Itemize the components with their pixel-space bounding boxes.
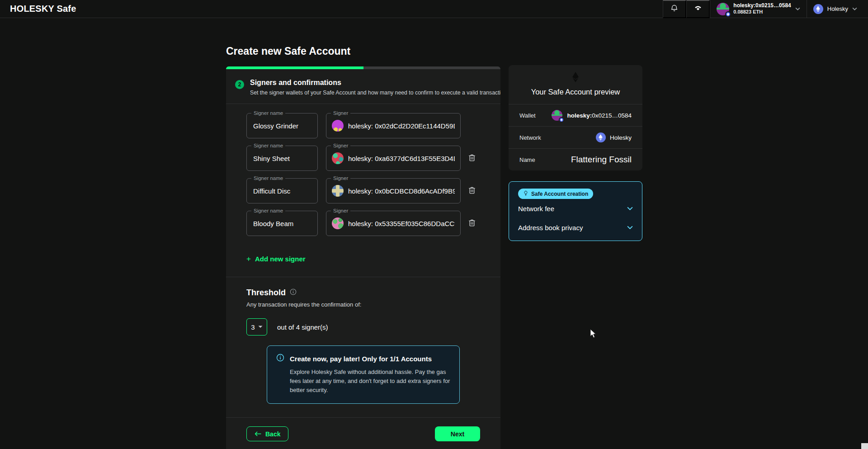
preview-wallet-label: Wallet: [519, 112, 536, 119]
back-label: Back: [265, 430, 280, 438]
signer-name-input-3[interactable]: [247, 179, 317, 203]
signer-name-input-2[interactable]: [247, 146, 317, 170]
signer-address: holesky: 0xa6377dC6d13F55E3D4DB…: [348, 155, 455, 162]
bell-icon: [670, 4, 679, 14]
page-title: Create new Safe Account: [226, 45, 500, 57]
threshold-description: Any transaction requires the confirmatio…: [246, 301, 480, 308]
network-selector[interactable]: Holesky: [807, 0, 868, 18]
signer-address: holesky: 0x02dCd2D20Ec1144D59D3…: [348, 122, 455, 130]
signer-name-field-1: Signer name: [246, 113, 318, 138]
signer-address: holesky: 0x0bCDBCD8d6AcADf9B9b…: [348, 187, 455, 195]
wallet-provider-badge-icon: [725, 11, 731, 17]
mouse-cursor-icon: [590, 329, 596, 340]
step-number-badge: 2: [235, 80, 244, 89]
signer-name-label: Signer name: [251, 208, 285, 214]
signer-address-field-3[interactable]: Signer holesky: 0x0bCDBCD8d6AcADf9B9b…: [326, 178, 461, 203]
remove-signer-button-4[interactable]: [467, 217, 477, 230]
notifications-button[interactable]: [663, 0, 686, 18]
signer-name-field-3: Signer name: [246, 178, 318, 203]
signer-row: Signer name Signer holesky: 0x53355Ef035…: [246, 211, 481, 236]
safe-creation-badge: Safe Account creation: [518, 189, 593, 199]
preview-network-row: Network Holesky: [509, 126, 642, 148]
back-button[interactable]: Back: [246, 426, 288, 441]
signer-address: holesky: 0x53355Ef035C86DDaCCff…: [348, 220, 455, 227]
threshold-section: Threshold Any transaction requires the c…: [226, 277, 500, 404]
chevron-down-icon: [627, 226, 633, 229]
signers-list: Signer name Signer holesky: 0x02dCd2D20E…: [226, 104, 500, 236]
trash-icon: [467, 186, 476, 196]
address-book-privacy-accordion[interactable]: Address book privacy: [518, 218, 633, 237]
chevron-down-icon: [627, 207, 633, 210]
preview-title: Your Safe Account preview: [516, 88, 635, 96]
trash-icon: [467, 153, 476, 164]
scrollbar-corner: [861, 443, 868, 449]
signer-identicon: [332, 120, 344, 132]
signer-name-label: Signer name: [251, 110, 285, 117]
preview-network-value: Holesky: [610, 134, 632, 141]
signer-row: Signer name Signer holesky: 0xa6377dC6d1…: [246, 146, 481, 171]
info-icon: [290, 288, 297, 297]
wallet-avatar: [717, 3, 729, 15]
add-new-signer-button[interactable]: + Add new signer: [246, 255, 306, 263]
pay-later-alert: Create now, pay later! Only for 1/1 Acco…: [267, 345, 460, 404]
signer-name-input-1[interactable]: [247, 113, 317, 138]
step-header: 2 Signers and confirmations Set the sign…: [226, 69, 500, 104]
signer-name-field-4: Signer name: [246, 211, 318, 236]
signer-identicon: [332, 152, 344, 164]
signer-address-field-2[interactable]: Signer holesky: 0xa6377dC6d13F55E3D4DB…: [326, 146, 461, 171]
info-icon: [276, 354, 284, 364]
network-fee-accordion[interactable]: Network fee: [518, 199, 633, 218]
threshold-title: Threshold: [246, 288, 286, 298]
signer-name-input-4[interactable]: [247, 211, 317, 236]
trash-icon: [467, 218, 476, 229]
wallet-avatar: [552, 110, 562, 121]
preview-wallet-prefix: holesky:: [567, 112, 592, 119]
wallet-address: 0x0215…0584: [755, 2, 791, 9]
step-subtitle: Set the signer wallets of your Safe Acco…: [250, 90, 500, 96]
signer-label: Signer: [331, 142, 350, 149]
next-button[interactable]: Next: [435, 426, 480, 441]
signer-name-label: Signer name: [251, 142, 285, 149]
preview-wallet-address: 0x0215…0584: [592, 112, 632, 119]
wallet-info: holesky:0x0215…0584 0.08823 ETH: [733, 2, 791, 15]
connected-wallet-chip[interactable]: holesky:0x0215…0584 0.08823 ETH: [710, 0, 806, 18]
alert-body: Explore Holesky Safe without additional …: [290, 368, 450, 395]
chevron-down-icon: [852, 7, 857, 10]
step-title: Signers and confirmations: [250, 79, 500, 87]
signer-label: Signer: [331, 175, 350, 182]
signer-row: Signer name Signer holesky: 0x02dCd2D20E…: [246, 113, 481, 138]
holesky-network-icon: [813, 4, 823, 14]
create-safe-flow: Create new Safe Account 2 Signers and co…: [226, 45, 500, 449]
signer-address-field-1[interactable]: Signer holesky: 0x02dCd2D20Ec1144D59D3…: [326, 113, 461, 138]
remove-signer-button-2[interactable]: [467, 152, 477, 165]
threshold-value: 3: [251, 323, 255, 331]
wallet-ens: holesky:: [733, 2, 755, 9]
eth-diamond-icon: [572, 76, 579, 84]
preview-name-value: Flattering Fossil: [571, 155, 632, 165]
signer-label: Signer: [331, 110, 350, 117]
sidebar-preview: Your Safe Account preview Wallet holesky…: [509, 65, 642, 241]
preview-wallet-row: Wallet holesky:0x0215…0584: [509, 104, 642, 126]
alert-title: Create now, pay later! Only for 1/1 Acco…: [290, 355, 432, 363]
plus-icon: +: [246, 255, 251, 263]
arrow-left-icon: [255, 430, 261, 438]
signer-identicon: [332, 217, 344, 229]
wallet-balance: 0.08823 ETH: [733, 9, 791, 15]
walletconnect-button[interactable]: [686, 0, 710, 18]
app-header: HOLESKY Safe holesky:0x0215…0584 0.08823…: [0, 0, 868, 18]
preview-name-label: Name: [519, 156, 535, 163]
signers-card: 2 Signers and confirmations Set the sign…: [226, 66, 500, 449]
threshold-select[interactable]: 3: [246, 318, 267, 336]
signer-identicon: [332, 185, 344, 197]
signer-row: Signer name Signer holesky: 0x0bCDBCD8d6…: [246, 178, 481, 203]
lightbulb-icon: [523, 190, 528, 197]
address-book-privacy-label: Address book privacy: [518, 224, 583, 232]
remove-signer-button-3[interactable]: [467, 185, 477, 197]
signer-name-field-2: Signer name: [246, 146, 318, 171]
walletconnect-icon: [693, 3, 703, 14]
signer-name-label: Signer name: [251, 175, 285, 182]
threshold-suffix: out of 4 signer(s): [277, 323, 328, 331]
signer-address-field-4[interactable]: Signer holesky: 0x53355Ef035C86DDaCCff…: [326, 211, 461, 236]
caret-down-icon: [258, 326, 263, 328]
preview-name-row: Name Flattering Fossil: [509, 148, 642, 170]
